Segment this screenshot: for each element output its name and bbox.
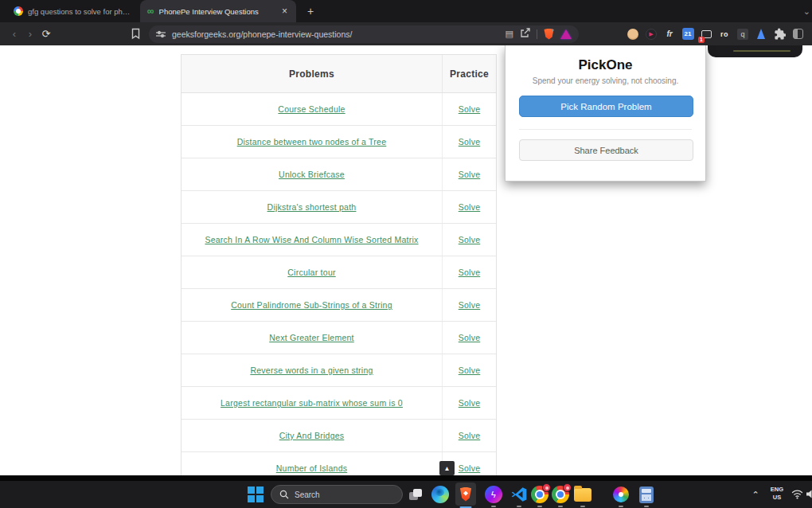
- running-indicator: [644, 506, 649, 507]
- tab-search-chevron-icon[interactable]: ⌄: [803, 6, 810, 17]
- problems-tbody: Course Schedule Solve Distance between t…: [182, 93, 496, 475]
- problem-link[interactable]: Circular tour: [287, 268, 335, 277]
- tab-title: PhonePe Interview Questions: [159, 7, 275, 16]
- problem-link[interactable]: Dijkstra's shortest path: [267, 202, 357, 212]
- video-play-extension-icon[interactable]: ▶: [645, 28, 658, 41]
- close-icon[interactable]: ×: [280, 6, 289, 17]
- profile-badge: [563, 483, 572, 492]
- problem-link[interactable]: Search In A Row Wise And Column Wise Sor…: [205, 235, 418, 244]
- problem-link[interactable]: Next Greater Element: [269, 333, 354, 342]
- brave-shields-icon[interactable]: [544, 29, 554, 40]
- scroll-to-top-button[interactable]: ▲: [439, 461, 455, 475]
- screen-capture-extension-icon[interactable]: 1: [700, 28, 712, 41]
- pointer-extension-icon[interactable]: [755, 28, 767, 41]
- separator: [537, 29, 537, 39]
- reader-mode-icon[interactable]: ▤: [506, 29, 513, 39]
- q-extension-icon[interactable]: q: [736, 28, 749, 41]
- windows-logo-icon: [248, 487, 264, 502]
- taskbar-chrome-1[interactable]: [529, 484, 550, 505]
- back-button[interactable]: ‹: [6, 28, 22, 40]
- url-text[interactable]: geeksforgeeks.org/phonepe-interview-ques…: [172, 29, 352, 39]
- problem-link[interactable]: City And Bridges: [279, 431, 345, 440]
- taskbar-search[interactable]: Search: [271, 485, 403, 504]
- task-view-icon: [409, 489, 422, 500]
- browser-toolbar: ‹ › ⟳ geeksforgeeks.org/phonepe-intervie…: [0, 22, 812, 45]
- tab-phonepe-questions[interactable]: ∞ PhonePe Interview Questions ×: [140, 0, 296, 22]
- solve-link[interactable]: Solve: [459, 431, 481, 440]
- table-row: Distance between two nodes of a Tree Sol…: [182, 126, 496, 158]
- language-indicator[interactable]: ENG US: [766, 486, 788, 502]
- problem-link[interactable]: Count Palindrome Sub-Strings of a String: [231, 300, 392, 310]
- page-content: Problems Practice Course Schedule Solve …: [0, 45, 812, 475]
- brave-rewards-icon[interactable]: [560, 29, 572, 39]
- taskbar-calculator[interactable]: [636, 484, 657, 505]
- taskbar-brave-active[interactable]: [455, 483, 476, 506]
- task-view-button[interactable]: [405, 484, 426, 505]
- new-tab-button[interactable]: +: [307, 5, 314, 18]
- popup-subtitle: Spend your energy solving, not choosing.: [506, 76, 705, 85]
- taskbar-file-explorer[interactable]: [572, 484, 593, 505]
- taskbar-vscode[interactable]: [509, 484, 529, 505]
- address-bar-actions: ▤: [506, 27, 572, 41]
- up-arrow-icon: ▲: [444, 465, 451, 472]
- table-row: Unlock Briefcase Solve: [182, 158, 496, 191]
- code-extension-icon[interactable]: 21: [681, 28, 694, 41]
- solve-link[interactable]: Solve: [459, 463, 481, 473]
- google-icon: [14, 6, 23, 16]
- solve-link[interactable]: Solve: [459, 137, 481, 147]
- fr-extension-icon[interactable]: fr: [663, 28, 676, 41]
- ro-extension-icon[interactable]: ro: [718, 28, 731, 41]
- table-row: City And Bridges Solve: [182, 420, 496, 452]
- problem-link[interactable]: Reverse words in a given string: [250, 365, 373, 375]
- solve-link[interactable]: Solve: [459, 235, 481, 244]
- pick-random-problem-button[interactable]: Pick Random Problem: [519, 96, 693, 117]
- problems-column-header: Problems: [182, 55, 443, 92]
- tray-expand-chevron[interactable]: ⌃: [749, 486, 762, 503]
- solve-link[interactable]: Solve: [459, 104, 481, 114]
- avatar-extension-icon[interactable]: [627, 28, 639, 41]
- reload-button[interactable]: ⟳: [38, 28, 54, 40]
- solve-link[interactable]: Solve: [459, 300, 481, 310]
- start-button[interactable]: [245, 484, 266, 505]
- extensions-puzzle-icon[interactable]: [773, 28, 786, 41]
- problems-table: Problems Practice Course Schedule Solve …: [181, 54, 497, 475]
- taskbar: Search ϟ: [0, 481, 812, 508]
- taskbar-messenger[interactable]: ϟ: [483, 484, 504, 505]
- site-settings-icon[interactable]: [156, 30, 166, 38]
- solve-link[interactable]: Solve: [459, 202, 481, 212]
- solve-link[interactable]: Solve: [459, 333, 481, 342]
- problem-link[interactable]: Number of Islands: [276, 463, 347, 473]
- problem-link[interactable]: Largest rectangular sub-matrix whose sum…: [221, 398, 403, 408]
- table-row: Largest rectangular sub-matrix whose sum…: [182, 387, 496, 420]
- solve-link[interactable]: Solve: [459, 268, 481, 277]
- problem-link[interactable]: Distance between two nodes of a Tree: [237, 137, 387, 147]
- share-feedback-button[interactable]: Share Feedback: [519, 139, 693, 161]
- taskbar-chrome-2[interactable]: [550, 484, 571, 505]
- share-icon[interactable]: [520, 27, 530, 41]
- search-icon: [279, 490, 289, 499]
- bookmark-icon[interactable]: [131, 28, 141, 40]
- forward-button[interactable]: ›: [22, 28, 38, 40]
- taskbar-photos[interactable]: [611, 484, 631, 505]
- solve-link[interactable]: Solve: [459, 398, 481, 408]
- running-indicator: [580, 506, 585, 507]
- problem-link[interactable]: Course Schedule: [278, 104, 345, 114]
- calculator-icon: [639, 487, 654, 503]
- folder-icon: [574, 488, 591, 502]
- problem-link[interactable]: Unlock Briefcase: [279, 170, 345, 179]
- running-indicator: [491, 506, 496, 507]
- table-header-row: Problems Practice: [182, 55, 496, 93]
- wifi-icon[interactable]: [791, 488, 803, 502]
- volume-icon[interactable]: [806, 488, 812, 502]
- tab-title: gfg questions to solve for phonep: [28, 7, 133, 16]
- table-row: Search In A Row Wise And Column Wise Sor…: [182, 224, 496, 256]
- tab-gfg-questions[interactable]: gfg questions to solve for phonep: [6, 0, 140, 22]
- profile-panel-icon[interactable]: [791, 28, 804, 41]
- table-row: Circular tour Solve: [182, 256, 496, 289]
- solve-link[interactable]: Solve: [459, 365, 481, 375]
- address-bar[interactable]: geeksforgeeks.org/phonepe-interview-ques…: [149, 25, 579, 43]
- table-row: Next Greater Element Solve: [182, 322, 496, 354]
- solve-link[interactable]: Solve: [459, 170, 481, 179]
- taskbar-edge[interactable]: [430, 484, 451, 505]
- tooltip-fragment: [708, 45, 802, 57]
